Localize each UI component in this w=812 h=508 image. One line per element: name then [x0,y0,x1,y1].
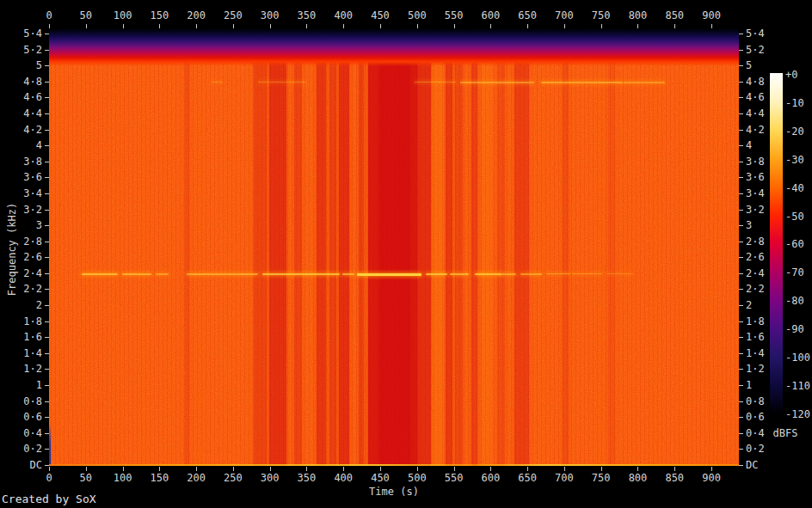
tick-mark [739,210,743,211]
tick-mark [739,193,743,194]
tick-mark [45,321,49,322]
tick-mark [739,321,743,322]
time-tick-label: 50 [80,472,92,484]
freq-tick-label: DC [0,460,45,471]
time-tick-label: 500 [408,9,427,21]
time-tick-label: 100 [114,472,132,484]
time-tick-label: 0 [46,472,52,484]
quiet-band [185,28,189,466]
tick-mark [739,289,743,290]
tick-mark [196,24,197,28]
freq-tick-label: 4·2 [0,125,45,136]
tick-mark [45,369,49,370]
frequency-axis-title: Frequency (kHz) [6,203,18,296]
quiet-band [563,28,569,466]
time-tick-label: 750 [592,9,611,21]
tick-mark [739,417,743,418]
tick-mark [739,177,743,178]
tick-mark [123,467,124,471]
time-tick-label: 400 [334,9,353,21]
tone-4k8-segment [415,82,456,83]
tone-4k8-segment [258,82,305,83]
tick-mark [564,24,565,28]
tick-mark [564,467,565,471]
tick-mark [49,24,50,28]
colorbar-tick-label: -110 [785,381,812,392]
freq-tick-label: 1·2 [0,364,45,375]
start-silence-column [49,425,51,464]
time-tick-label: 800 [629,9,648,21]
tick-mark [45,433,49,434]
tick-mark [45,305,49,306]
tone-4k8-segment [624,82,665,83]
tone-2k4-segment [342,273,354,275]
tick-mark [233,24,234,28]
tick-mark [739,113,743,114]
colorbar-tick-label: -120 [785,409,812,420]
tick-mark [45,465,49,466]
tick-mark [739,50,743,51]
tick-mark [739,242,743,242]
tick-mark [45,385,49,386]
freq-tick-label: 1·6 [0,332,45,343]
time-tick-label: 500 [408,472,427,484]
tone-2k4-segment [572,273,602,274]
time-tick-label: 800 [629,472,648,484]
tick-mark [233,467,234,471]
tone-2k4-segment [262,273,340,275]
tick-mark [739,34,743,34]
tone-2k4-segment [82,273,118,275]
tick-mark [45,130,49,131]
tone-4k8-segment [541,82,623,83]
tick-mark [527,467,528,471]
tick-mark [123,24,124,28]
dbfs-colorbar [770,73,783,413]
tone-2k4-segment [546,273,570,274]
tick-mark [45,177,49,178]
tick-mark [45,417,49,418]
time-tick-label: 250 [224,472,243,484]
colorbar-tick-label: -30 [785,155,812,166]
tick-mark [739,273,743,274]
time-tick-label: 650 [518,472,537,484]
time-tick-label: 900 [702,472,721,484]
colorbar-tick-label: -40 [785,183,812,194]
freq-tick-label: 0·8 [0,396,45,407]
freq-tick-label: 3·4 [0,188,45,199]
freq-tick-label: 3·8 [0,156,45,168]
tone-2k4-segment [426,273,447,275]
colorbar-tick-label: -60 [785,239,812,250]
tick-mark [739,257,743,258]
quiet-band [471,28,477,466]
freq-tick-label: 1·8 [0,316,45,327]
tick-mark [601,24,602,28]
tick-mark [711,467,712,471]
tick-mark [739,130,743,131]
tick-mark [159,467,160,471]
tick-mark [674,467,675,471]
freq-tick-label: 1 [0,380,45,391]
warm-band [482,28,492,466]
tick-mark [45,353,49,354]
freq-tick-label: 1·4 [0,348,45,359]
time-tick-label: 150 [150,472,169,484]
freq-tick-label: 4 [0,140,45,151]
tick-mark [454,24,455,28]
tick-mark [739,305,743,306]
tick-mark [45,65,49,66]
tone-2k4-segment [450,273,469,275]
quiet-band [455,28,463,466]
quiet-band [254,28,267,466]
tick-mark [380,24,381,28]
tick-mark [45,145,49,146]
quiet-band [339,28,349,466]
tick-mark [159,24,160,28]
tick-mark [739,465,743,466]
colorbar-tick-label: -20 [785,126,812,138]
tick-mark [739,401,743,402]
tick-mark [739,82,743,83]
tick-mark [739,449,743,450]
tick-mark [45,162,49,162]
tick-mark [49,467,50,471]
tick-mark [711,24,712,28]
